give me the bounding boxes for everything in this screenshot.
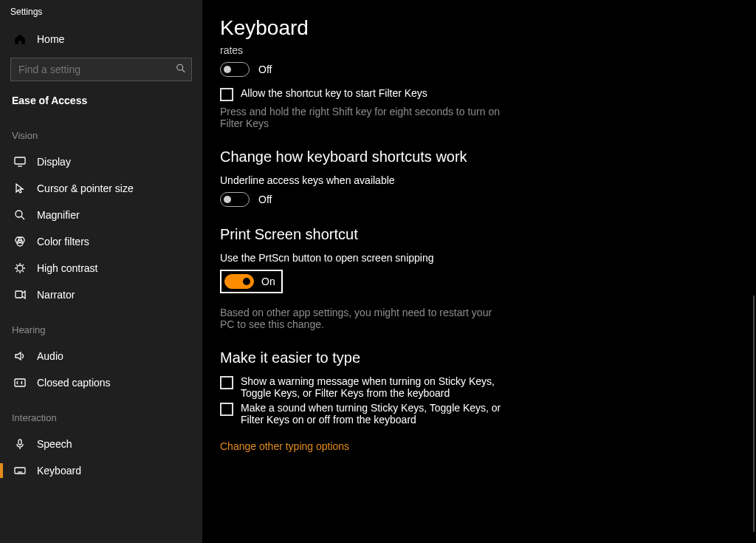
window-title: Settings xyxy=(0,7,42,17)
change-typing-link[interactable]: Change other typing options xyxy=(220,440,349,452)
group-vision: Vision xyxy=(0,114,202,148)
colorfilters-icon xyxy=(13,236,27,247)
warn-checkbox[interactable] xyxy=(220,376,233,389)
filterkeys-label: Allow the shortcut key to start Filter K… xyxy=(241,87,427,99)
prtscn-heading: Print Screen shortcut xyxy=(220,226,734,243)
sidebar-item-label: Speech xyxy=(37,438,72,450)
category-title: Ease of Access xyxy=(0,92,202,114)
sidebar-item-keyboard[interactable]: Keyboard xyxy=(0,457,202,484)
sidebar-item-label: Color filters xyxy=(37,236,89,247)
svg-line-21 xyxy=(23,264,24,266)
sidebar-item-label: Audio xyxy=(37,350,63,362)
prtscn-desc: Based on other app settings, you might n… xyxy=(220,307,501,330)
svg-rect-23 xyxy=(15,379,25,386)
svg-point-4 xyxy=(177,64,183,70)
sidebar-item-narrator[interactable]: Narrator xyxy=(0,281,202,308)
audio-icon xyxy=(13,350,27,362)
shortcuts-heading: Change how keyboard shortcuts work xyxy=(220,148,734,165)
svg-rect-24 xyxy=(18,440,21,445)
speech-icon xyxy=(13,438,27,450)
svg-line-20 xyxy=(16,271,18,273)
magnifier-icon xyxy=(13,209,27,221)
warn-label: Show a warning message when turning on S… xyxy=(241,375,521,399)
sidebar-item-magnifier[interactable]: Magnifier xyxy=(0,202,202,228)
sound-label: Make a sound when turning Sticky Keys, T… xyxy=(241,402,521,426)
sidebar-item-audio[interactable]: Audio xyxy=(0,343,202,369)
easier-heading: Make it easier to type xyxy=(220,349,734,366)
underline-toggle-state: Off xyxy=(258,194,272,205)
prtscn-toggle-highlight: On xyxy=(220,270,283,293)
home-icon xyxy=(13,33,27,46)
rates-text: rates xyxy=(220,44,734,56)
display-icon xyxy=(13,156,27,168)
svg-line-18 xyxy=(16,264,18,266)
sidebar-item-cursor[interactable]: Cursor & pointer size xyxy=(0,175,202,202)
narrator-icon xyxy=(13,289,27,301)
rates-toggle[interactable] xyxy=(220,62,250,77)
filterkeys-checkbox[interactable] xyxy=(220,88,233,101)
sidebar-item-label: Cursor & pointer size xyxy=(37,182,134,194)
content-pane: Keyboard rates Off Allow the shortcut ke… xyxy=(202,0,756,543)
search-icon xyxy=(176,64,186,76)
sidebar-item-colorfilters[interactable]: Color filters xyxy=(0,228,202,255)
search-input[interactable] xyxy=(10,58,192,81)
sidebar-item-label: Narrator xyxy=(37,289,75,301)
svg-point-8 xyxy=(16,211,22,217)
svg-rect-22 xyxy=(16,291,22,298)
svg-rect-25 xyxy=(15,468,25,474)
cursor-icon xyxy=(13,182,27,194)
sidebar-item-label: Display xyxy=(37,156,71,168)
sidebar-item-speech[interactable]: Speech xyxy=(0,431,202,457)
sidebar-item-label: High contrast xyxy=(37,262,97,274)
sound-checkbox[interactable] xyxy=(220,403,233,416)
home-label: Home xyxy=(37,33,64,45)
sidebar-item-display[interactable]: Display xyxy=(0,148,202,175)
sidebar-item-label: Keyboard xyxy=(37,465,81,477)
underline-toggle[interactable] xyxy=(220,192,250,207)
group-hearing: Hearing xyxy=(0,308,202,343)
svg-line-19 xyxy=(23,271,24,273)
group-interaction: Interaction xyxy=(0,396,202,431)
prtscn-label: Use the PrtScn button to open screen sni… xyxy=(220,252,734,264)
sidebar-item-closedcaptions[interactable]: Closed captions xyxy=(0,369,202,396)
keyboard-icon xyxy=(13,465,27,477)
highcontrast-icon xyxy=(13,262,27,274)
svg-rect-6 xyxy=(15,157,25,164)
rates-toggle-state: Off xyxy=(258,64,272,75)
closedcaptions-icon xyxy=(13,377,27,389)
svg-line-5 xyxy=(182,69,185,72)
sidebar-item-highcontrast[interactable]: High contrast xyxy=(0,255,202,281)
filterkeys-desc: Press and hold the right Shift key for e… xyxy=(220,106,501,129)
sidebar-item-label: Closed captions xyxy=(37,377,111,389)
svg-point-13 xyxy=(17,265,23,271)
prtscn-toggle[interactable] xyxy=(224,274,254,289)
sidebar-item-label: Magnifier xyxy=(37,209,80,221)
page-title: Keyboard xyxy=(220,16,734,40)
underline-label: Underline access keys when available xyxy=(220,174,734,186)
sidebar: Settings Home Ease of Access Vision Disp… xyxy=(0,0,202,543)
svg-line-9 xyxy=(21,216,24,219)
home-nav[interactable]: Home xyxy=(0,24,202,55)
prtscn-toggle-state: On xyxy=(261,276,275,287)
scrollbar[interactable] xyxy=(753,296,755,532)
